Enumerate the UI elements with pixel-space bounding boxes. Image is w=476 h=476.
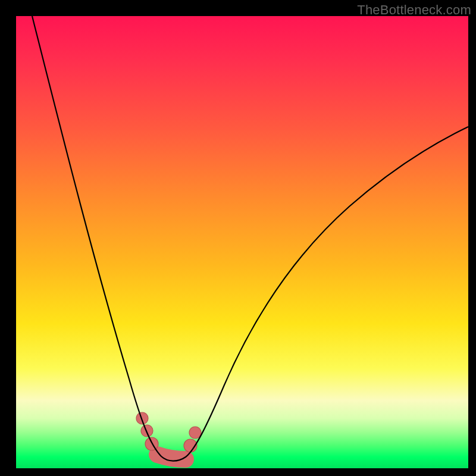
bottleneck-curve	[32, 16, 468, 461]
plot-area	[16, 16, 468, 468]
chart-stage: TheBottleneck.com	[0, 0, 476, 476]
marker-dot	[136, 412, 148, 424]
marker-dot	[141, 425, 153, 437]
curve-layer	[16, 16, 468, 468]
marker-dot	[189, 427, 201, 439]
